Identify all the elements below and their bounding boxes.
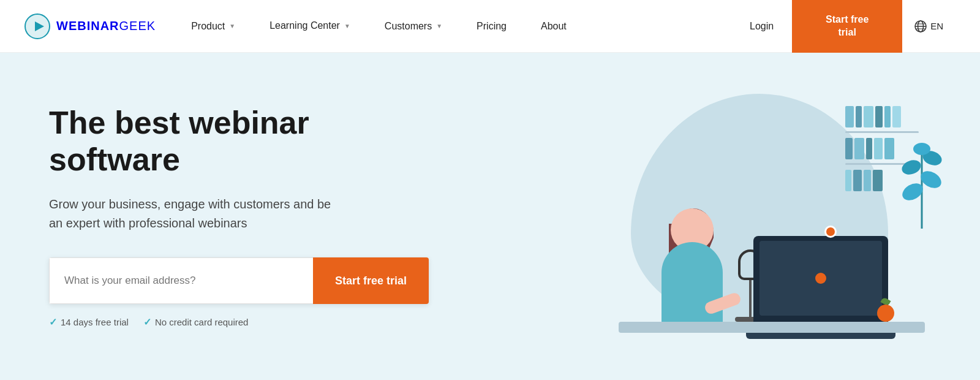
hero-section: The best webinar software Grow your busi… [0, 53, 980, 380]
chevron-down-icon: ▼ [344, 22, 350, 30]
logo[interactable]: WEBINARGEEK [24, 13, 156, 39]
header-cta-button[interactable]: Start freetrial [792, 0, 902, 53]
chevron-down-icon: ▼ [229, 23, 235, 29]
camera-light [824, 226, 837, 238]
fruit-decoration [877, 305, 894, 322]
trial-badge: ✓ 14 days free trial [49, 316, 129, 328]
nav-about[interactable]: About [524, 0, 584, 53]
laptop-dot [815, 273, 826, 284]
email-form: Start free trial [49, 257, 429, 304]
person-body [662, 242, 723, 322]
logo-text: WEBINARGEEK [56, 19, 156, 33]
nav-right: Login Start freetrial EN [731, 0, 956, 53]
laptop-screen [753, 236, 888, 322]
plant-decoration [900, 112, 943, 235]
nav-pricing[interactable]: Pricing [459, 0, 524, 53]
trust-badges: ✓ 14 days free trial ✓ No credit card re… [49, 316, 429, 328]
no-cc-badge: ✓ No credit card required [143, 316, 249, 328]
header: WEBINARGEEK Product ▼ Learning Center ▼ … [0, 0, 980, 53]
laptop-display [760, 241, 882, 316]
mic-pole [749, 280, 752, 317]
illustration [594, 75, 949, 357]
main-nav: Product ▼ Learning Center ▼ Customers ▼ … [174, 0, 731, 53]
login-button[interactable]: Login [731, 0, 792, 53]
nav-learning-center[interactable]: Learning Center ▼ [252, 0, 368, 53]
logo-icon [24, 13, 50, 39]
globe-icon [914, 20, 927, 32]
hero-cta-button[interactable]: Start free trial [313, 257, 429, 304]
email-input[interactable] [49, 257, 313, 304]
nav-product[interactable]: Product ▼ [174, 0, 252, 53]
hero-title: The best webinar software [49, 105, 429, 178]
nav-customers[interactable]: Customers ▼ [368, 0, 459, 53]
check-icon: ✓ [143, 316, 151, 328]
hero-content: The best webinar software Grow your busi… [49, 105, 429, 329]
hero-illustration [564, 53, 980, 380]
chevron-down-icon: ▼ [436, 23, 442, 29]
desk [619, 322, 925, 333]
person-figure [662, 242, 723, 322]
svg-point-13 [913, 143, 930, 155]
language-selector[interactable]: EN [902, 0, 956, 53]
check-icon: ✓ [49, 316, 57, 328]
svg-point-11 [900, 158, 923, 177]
hero-subtitle: Grow your business, engage with customer… [49, 195, 429, 233]
